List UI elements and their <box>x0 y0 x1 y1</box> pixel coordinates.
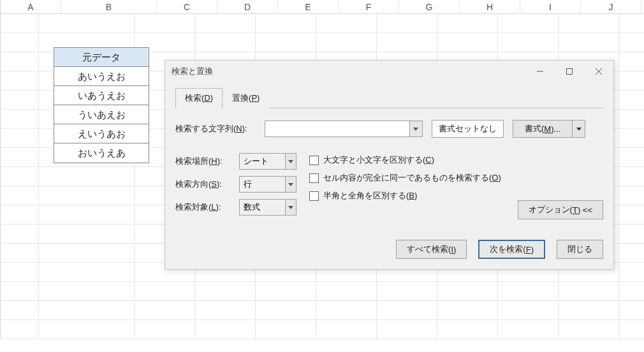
table-row[interactable]: おいうえあ <box>54 143 149 163</box>
search-direction-value <box>240 177 285 192</box>
svg-rect-1 <box>567 69 573 75</box>
find-what-combo[interactable] <box>265 121 423 137</box>
within-value <box>240 154 285 169</box>
chevron-down-icon[interactable] <box>285 200 296 215</box>
col-header-C[interactable]: C <box>157 0 217 13</box>
match-entire-cell-label: セル内容が完全に同一であるものを検索する(O) <box>323 172 501 184</box>
svg-marker-4 <box>413 128 418 131</box>
options-button[interactable]: オプション(T) << <box>518 200 603 219</box>
col-header-D[interactable]: D <box>217 0 278 13</box>
within-select[interactable] <box>239 153 296 170</box>
chevron-down-icon[interactable] <box>285 177 296 192</box>
close-dialog-button[interactable]: 閉じる <box>557 240 603 259</box>
tab-replace[interactable]: 置換(P) <box>223 88 269 108</box>
format-dropdown-icon[interactable] <box>573 120 585 138</box>
svg-marker-8 <box>288 206 293 209</box>
match-case-label: 大文字と小文字を区別する(C) <box>323 154 434 166</box>
look-in-label: 検索対象(L): <box>175 202 239 213</box>
within-label: 検索場所(H): <box>175 156 239 167</box>
dialog-titlebar[interactable]: 検索と置換 <box>165 61 613 82</box>
col-header-F[interactable]: F <box>339 0 399 13</box>
col-header-B[interactable]: B <box>61 0 157 13</box>
search-direction-select[interactable] <box>239 176 296 193</box>
data-table: 元データ あいうえお いあうえお ういあえお えいうあお おいうえあ <box>54 47 149 163</box>
look-in-value <box>240 200 285 215</box>
table-header-cell[interactable]: 元データ <box>54 48 149 67</box>
col-header-J[interactable]: J <box>581 0 641 13</box>
col-header-E[interactable]: E <box>278 0 339 13</box>
match-byte-checkbox[interactable] <box>309 191 319 201</box>
tab-find[interactable]: 検索(D) <box>175 88 223 108</box>
table-row[interactable]: ういあえお <box>54 105 149 124</box>
format-preview: 書式セットなし <box>432 120 504 138</box>
find-what-input[interactable] <box>265 121 409 136</box>
find-all-button[interactable]: すべて検索(I) <box>396 240 467 259</box>
find-what-label: 検索する文字列(N): <box>175 123 265 135</box>
match-entire-cell-checkbox[interactable] <box>309 173 319 183</box>
minimize-button[interactable] <box>525 61 555 82</box>
column-headers: A B C D E F G H I J K <box>0 0 644 14</box>
close-button[interactable] <box>584 61 613 82</box>
col-header-G[interactable]: G <box>399 0 460 13</box>
dialog-title: 検索と置換 <box>172 66 213 77</box>
svg-marker-6 <box>288 160 293 163</box>
table-row[interactable]: えいうあお <box>54 124 149 143</box>
format-button[interactable]: 書式(M)... <box>513 120 573 138</box>
match-case-checkbox[interactable] <box>309 156 319 165</box>
find-next-button[interactable]: 次を検索(F) <box>478 240 545 259</box>
dialog-tabs: 検索(D) 置換(P) <box>175 87 603 108</box>
col-header-I[interactable]: I <box>520 0 581 13</box>
look-in-select[interactable] <box>239 199 296 216</box>
find-replace-dialog: 検索と置換 検索(D) 置換(P) 検索する文字列(N): <box>165 60 614 270</box>
match-byte-label: 半角と全角を区別する(B) <box>323 190 417 202</box>
chevron-down-icon[interactable] <box>285 154 296 169</box>
col-header-H[interactable]: H <box>460 0 520 13</box>
table-row[interactable]: いあうえお <box>54 86 149 105</box>
col-header-A[interactable]: A <box>1 0 61 13</box>
col-header-K[interactable]: K <box>641 0 644 13</box>
chevron-down-icon[interactable] <box>409 121 422 136</box>
svg-marker-5 <box>576 128 582 131</box>
maximize-button[interactable] <box>555 61 584 82</box>
table-row[interactable]: あいうえお <box>54 67 149 86</box>
svg-marker-7 <box>288 183 293 186</box>
search-direction-label: 検索方向(S): <box>175 179 239 190</box>
